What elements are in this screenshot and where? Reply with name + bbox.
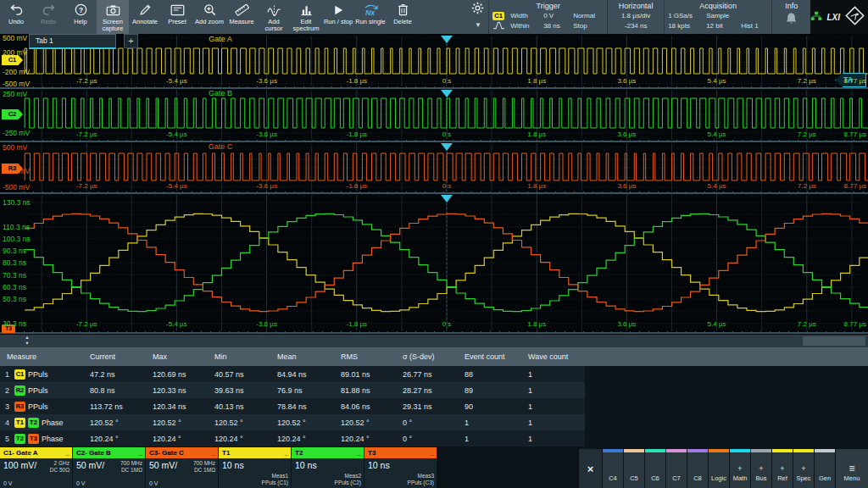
app-button-bar: ×C4C5C6C7C8Logic+Math+Bus+Ref+SpecGen≡Me… [579, 449, 868, 488]
measurement-value: 40.13 ns [208, 402, 270, 411]
signal-badge-t2[interactable]: T2_10 nsMeas2PPuls (C2) [292, 447, 364, 488]
measurement-value: 47.2 ns [83, 370, 146, 379]
toolbar-button-delete[interactable]: Delete [387, 0, 419, 34]
signal-badge-header: T3_ [364, 447, 437, 458]
measurement-value: 84.06 ns [334, 402, 396, 411]
source-badge-t1: T1 [14, 418, 25, 428]
toolbar-button-undo[interactable]: Undo [0, 0, 32, 34]
minimize-badge-button[interactable]: _ [431, 449, 434, 457]
toolbar-button-edit-spectrum[interactable]: Edit spectrum [290, 0, 322, 34]
minimize-badge-button[interactable]: _ [139, 449, 142, 457]
add-c4-button[interactable]: C4 [603, 449, 623, 488]
help-icon: ? [75, 2, 87, 18]
acquisition-status[interactable]: Acquisition 1 GSa/s Sample 18 kpts 12 bi… [664, 0, 771, 34]
horizontal-status[interactable]: Horizontal 1.8 µs/div -234 ns [607, 0, 664, 34]
app-button-label: C8 [693, 475, 702, 482]
toolbar-button-label: Measure [229, 19, 253, 25]
signal-badge-title: T2 [295, 449, 303, 457]
svg-text:?: ? [78, 6, 82, 14]
signal-badge-body: 100 mV/2 GHzDC 50Ω0 V [0, 458, 72, 488]
signal-badge-c3[interactable]: C3- Gate C_50 mV/700 MHzDC 1MΩ0 V [146, 447, 218, 488]
toolbar-button-redo[interactable]: Redo [32, 0, 64, 34]
signal-info-1: 2 GHz [50, 460, 70, 467]
minimize-badge-button[interactable]: _ [358, 449, 361, 457]
color-strip [645, 449, 665, 452]
toolbar-config-button[interactable] [471, 3, 484, 17]
toolbar-collapse-button[interactable]: ▼ [475, 18, 481, 32]
signal-bar: C1- Gate A_100 mV/2 GHzDC 50Ω0 VC2- Gate… [0, 447, 437, 488]
add-c6-button[interactable]: C6 [645, 449, 665, 488]
signal-badge-header: T1_ [219, 447, 291, 458]
signal-badge-t1[interactable]: T1_10 nsMeas1PPuls (C1) [219, 447, 291, 488]
info-status[interactable]: Info [771, 0, 810, 34]
close-dialog-button[interactable]: × [579, 449, 602, 488]
color-strip [751, 449, 771, 452]
measurement-type: PPuls [28, 386, 48, 395]
pencil-icon [139, 2, 152, 18]
measurement-row[interactable]: 2R2PPuls80.8 ns120.33 ns39.63 ns76.9 ns8… [0, 382, 585, 398]
toolbar-button-run-single[interactable]: NxRun single [354, 0, 387, 34]
ruler-icon [235, 2, 249, 18]
waveform-canvas [0, 34, 868, 335]
signal-badge-c1[interactable]: C1- Gate A_100 mV/2 GHzDC 50Ω0 V [0, 447, 72, 488]
track-t3-badge[interactable]: T3 [2, 324, 15, 333]
measurement-value: 78.84 ns [270, 402, 334, 411]
toolbar-button-preset[interactable]: Preset [161, 0, 193, 34]
color-strip [624, 449, 644, 452]
column-header: σ (S-dev) [396, 352, 458, 361]
redo-icon [42, 2, 56, 18]
add-c7-button[interactable]: C7 [666, 449, 687, 488]
app-button-label: C5 [630, 475, 638, 482]
color-strip [772, 449, 793, 452]
toolbar-button-run-stop[interactable]: Run / stop [322, 0, 354, 34]
add-bus-button[interactable]: +Bus [751, 449, 771, 488]
trigger-position-marker[interactable] [441, 36, 453, 43]
toolbar-button-help[interactable]: ?Help [64, 0, 97, 34]
splitter[interactable]: ▲▼ [0, 335, 868, 347]
add-ref-button[interactable]: +Ref [772, 449, 793, 488]
signal-badge-body: 10 nsMeas1PPuls (C1) [219, 458, 291, 488]
toolbar-button-label: Screen capture [102, 19, 123, 32]
add-gen-button[interactable]: Gen [815, 449, 835, 488]
add-math-button[interactable]: +Math [730, 449, 750, 488]
measurement-row[interactable]: 4T1T2Phase120.52 °120.52 °120.52 °120.52… [0, 414, 585, 430]
color-strip [666, 449, 687, 452]
signal-badge-c2[interactable]: C2- Gate B_50 mV/700 MHzDC 1MΩ0 V [73, 447, 145, 488]
add-logic-button[interactable]: Logic [709, 449, 729, 488]
measurement-value: 120.24 ° [208, 435, 270, 443]
menu-button[interactable]: ≡Menu [836, 449, 868, 488]
toolbar-button-screen-capture[interactable]: Screen capture [97, 0, 129, 34]
toolbar-button-add-zoom[interactable]: Add zoom [193, 0, 225, 34]
signal-info-1: Meas2 [335, 473, 361, 480]
add-spec-button[interactable]: +Spec [793, 449, 814, 488]
minimize-badge-button[interactable]: _ [285, 449, 288, 457]
trigger-source-badge: C1 [492, 12, 504, 20]
splitter-arrows[interactable]: ▲▼ [22, 335, 32, 347]
toolbar-button-annotate[interactable]: Annotate [129, 0, 161, 34]
trigger-position-marker[interactable] [441, 195, 453, 202]
trigger-status[interactable]: Trigger C1 Width 0 V Normal Within 38 ns… [488, 0, 607, 34]
color-strip [709, 449, 729, 452]
row-number: 1 [5, 370, 12, 379]
signal-info-2: PPuls (C1) [262, 480, 288, 486]
undo-icon [9, 2, 24, 18]
minimize-badge-button[interactable]: _ [212, 449, 215, 457]
toolbar-button-add-cursor[interactable]: Add cursor [258, 0, 290, 34]
trash-icon [398, 2, 409, 18]
measurement-value: 1 [458, 435, 521, 443]
column-header: Max [146, 352, 208, 361]
add-tab-button[interactable]: + [124, 34, 138, 48]
signal-info-1: Meas3 [408, 473, 434, 480]
measurement-value: 1 [521, 386, 585, 395]
minimize-badge-button[interactable]: _ [66, 449, 70, 457]
signal-badge-t3[interactable]: T3_10 nsMeas3PPuls (C3) [364, 447, 437, 488]
splitter-thumb[interactable] [803, 336, 865, 346]
measurement-row[interactable]: 1C1PPuls47.2 ns120.69 ns40.57 ns84.94 ns… [0, 366, 585, 382]
measurement-row[interactable]: 5T2T3Phase120.24 °120.24 °120.24 °120.24… [0, 430, 585, 446]
measurement-row[interactable]: 3R3PPuls113.72 ns120.34 ns40.13 ns78.84 … [0, 398, 585, 414]
tab-tab1[interactable]: Tab 1 [29, 34, 116, 49]
trigger-level: 0 V [543, 11, 570, 21]
toolbar-button-measure[interactable]: Measure [225, 0, 258, 34]
add-c8-button[interactable]: C8 [687, 449, 708, 488]
add-c5-button[interactable]: C5 [624, 449, 644, 488]
